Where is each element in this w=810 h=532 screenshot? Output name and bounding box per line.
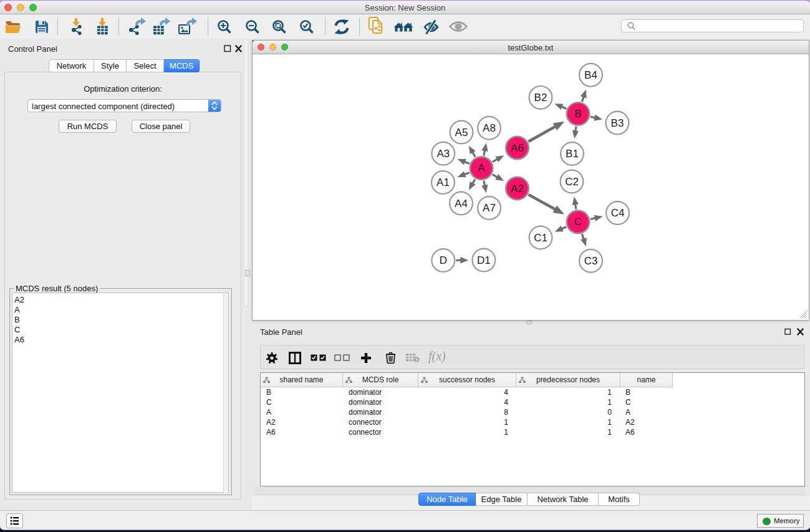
svg-text:A7: A7 — [483, 202, 496, 214]
svg-text:C4: C4 — [611, 207, 625, 219]
svg-text:C: C — [574, 216, 582, 228]
svg-text:B4: B4 — [584, 69, 597, 81]
svg-text:B1: B1 — [566, 148, 579, 160]
svg-text:D1: D1 — [477, 254, 491, 266]
svg-text:B2: B2 — [534, 92, 547, 104]
svg-text:B3: B3 — [611, 117, 624, 129]
svg-text:A6: A6 — [511, 142, 524, 154]
svg-text:C3: C3 — [584, 255, 598, 267]
svg-text:A5: A5 — [455, 127, 468, 138]
svg-text:C2: C2 — [565, 176, 579, 188]
svg-text:A1: A1 — [436, 177, 450, 188]
svg-text:A4: A4 — [455, 198, 468, 210]
svg-text:D: D — [440, 254, 447, 266]
svg-text:A8: A8 — [483, 122, 496, 134]
svg-text:C1: C1 — [534, 232, 547, 244]
svg-text:A3: A3 — [436, 148, 450, 160]
svg-text:A2: A2 — [511, 183, 524, 195]
svg-text:A: A — [478, 162, 485, 174]
svg-text:B: B — [574, 108, 581, 120]
